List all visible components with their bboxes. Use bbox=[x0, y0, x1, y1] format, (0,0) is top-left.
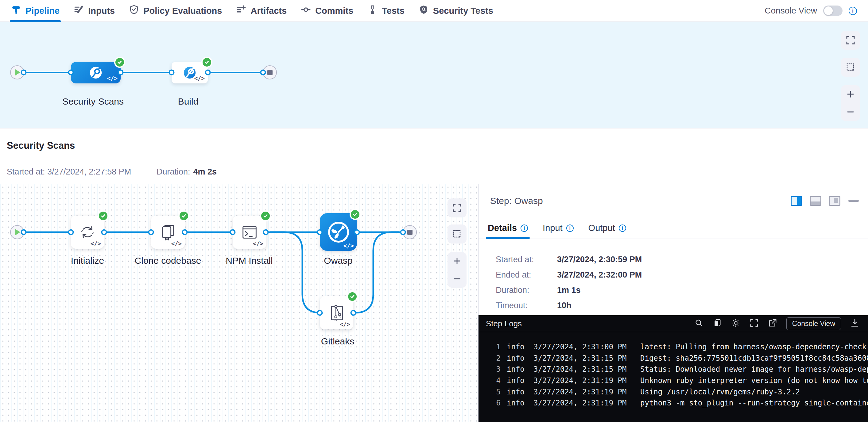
step-node-initialize[interactable]: </> bbox=[71, 216, 104, 249]
marquee-select-button[interactable] bbox=[841, 58, 860, 77]
edge-dot bbox=[101, 229, 107, 235]
log-line: 1info3/27/2024, 2:31:00 PMlatest: Pullin… bbox=[478, 342, 868, 353]
layout-split-bottom-button[interactable] bbox=[810, 196, 822, 206]
tab-label: Security Tests bbox=[433, 6, 493, 16]
step-label[interactable]: Initialize bbox=[71, 256, 104, 266]
step-details: Started at:3/27/2024, 2:30:59 PM Ended a… bbox=[478, 239, 868, 311]
edge-dot bbox=[21, 70, 27, 75]
edge-dot bbox=[118, 70, 124, 75]
tab-label: Inputs bbox=[88, 6, 115, 16]
stage-label[interactable]: Security Scans bbox=[62, 96, 124, 107]
edge-dot bbox=[400, 229, 406, 235]
zoom-in-button[interactable] bbox=[841, 85, 860, 103]
fullscreen-button[interactable] bbox=[841, 31, 860, 50]
stage-started-at: Started at: 3/27/2024, 2:27:58 PM bbox=[7, 167, 157, 177]
info-icon[interactable]: i bbox=[521, 225, 528, 232]
info-icon[interactable]: i bbox=[566, 225, 574, 232]
tab-commits[interactable]: Commits bbox=[301, 0, 353, 22]
success-badge bbox=[114, 57, 125, 68]
step-label[interactable]: Clone codebase bbox=[135, 256, 202, 266]
tab-label: Pipeline bbox=[26, 6, 60, 16]
edge-dot bbox=[205, 70, 211, 75]
code-mark-icon: </> bbox=[343, 242, 354, 249]
settings-gear-icon[interactable] bbox=[731, 318, 740, 329]
console-view-toggle[interactable] bbox=[823, 5, 842, 16]
step-label[interactable]: Gitleaks bbox=[321, 336, 354, 347]
stage-node-security-scans[interactable]: </> bbox=[71, 62, 121, 84]
zoom-out-button[interactable] bbox=[841, 103, 860, 121]
tab-input[interactable]: Inputi bbox=[542, 218, 574, 238]
zoom-out-button[interactable] bbox=[447, 270, 467, 288]
code-mark-icon: </> bbox=[253, 240, 264, 247]
layout-float-button[interactable] bbox=[829, 196, 840, 206]
edge-dot bbox=[263, 229, 269, 235]
flask-icon bbox=[367, 5, 377, 17]
tab-policy-evaluations[interactable]: Policy Evaluations bbox=[129, 0, 222, 22]
log-line: 6info3/27/2024, 2:31:19 PMpython3 -m sto… bbox=[478, 397, 868, 409]
edge-dot bbox=[68, 70, 74, 75]
step-node-gitleaks[interactable]: </> bbox=[320, 296, 353, 329]
step-node-clone-codebase[interactable]: </> bbox=[151, 216, 185, 249]
tab-label: Artifacts bbox=[250, 6, 287, 16]
edge-dot bbox=[169, 70, 175, 75]
search-icon[interactable] bbox=[694, 318, 704, 329]
minimize-panel-button[interactable] bbox=[848, 200, 859, 202]
edge-dot bbox=[260, 70, 266, 75]
fullscreen-icon[interactable] bbox=[749, 318, 759, 329]
step-panel-tabs: Detailsi Inputi Outputi bbox=[478, 218, 868, 239]
edge-dot bbox=[182, 229, 188, 235]
success-badge bbox=[350, 209, 361, 220]
stage-label[interactable]: Build bbox=[178, 96, 198, 107]
download-icon[interactable] bbox=[850, 318, 859, 329]
step-graph-canvas[interactable]: </> </> </> </> bbox=[0, 184, 478, 422]
pipeline-icon bbox=[11, 5, 21, 17]
fullscreen-button[interactable] bbox=[447, 198, 467, 218]
zoom-control bbox=[447, 252, 467, 288]
owasp-icon bbox=[326, 219, 352, 245]
stage-node-build[interactable]: </> bbox=[172, 62, 208, 84]
code-mark-icon: </> bbox=[107, 75, 118, 82]
console-view-button[interactable]: Console View bbox=[786, 317, 841, 330]
tab-artifacts[interactable]: Artifacts bbox=[236, 0, 287, 22]
tab-inputs[interactable]: Inputs bbox=[74, 0, 115, 22]
info-icon[interactable]: i bbox=[849, 7, 857, 15]
detail-row: Ended at:3/27/2024, 2:32:00 PM bbox=[496, 270, 868, 280]
external-link-icon[interactable] bbox=[768, 318, 777, 329]
detail-row: Started at:3/27/2024, 2:30:59 PM bbox=[496, 255, 868, 264]
marquee-select-button[interactable] bbox=[447, 225, 467, 244]
info-icon[interactable]: i bbox=[619, 225, 626, 232]
execution-area: </> </> </> </> bbox=[0, 184, 868, 422]
step-node-owasp[interactable]: </> bbox=[320, 213, 357, 251]
layout-split-right-button[interactable] bbox=[790, 196, 802, 206]
tab-details[interactable]: Detailsi bbox=[488, 218, 528, 238]
top-nav: Pipeline Inputs Policy Evaluations Artif… bbox=[0, 0, 868, 22]
step-panel-title: Step: Owasp bbox=[490, 196, 543, 206]
stage-graph-canvas[interactable]: </> </> Security Scans Build bbox=[0, 22, 868, 128]
tab-label: Tests bbox=[382, 6, 405, 16]
edge-dot bbox=[21, 229, 27, 235]
step-label[interactable]: Owasp bbox=[324, 256, 352, 266]
code-mark-icon: </> bbox=[91, 240, 101, 247]
toggle-knob bbox=[824, 6, 833, 15]
artifacts-icon bbox=[236, 5, 246, 17]
success-badge bbox=[98, 210, 108, 221]
log-line: 4info3/27/2024, 2:31:19 PMUnknown ruby i… bbox=[478, 375, 868, 386]
success-badge bbox=[260, 210, 271, 221]
tab-output[interactable]: Outputi bbox=[588, 218, 626, 238]
log-line: 5info3/27/2024, 2:31:19 PMUsing /usr/loc… bbox=[478, 386, 868, 397]
detail-row: Timeout:10h bbox=[496, 301, 868, 311]
edge-dot bbox=[148, 229, 154, 235]
step-node-npm-install[interactable]: </> bbox=[232, 216, 267, 249]
security-stage-icon bbox=[87, 64, 104, 81]
stage-duration: Duration:4m 2s bbox=[157, 167, 217, 177]
copy-icon[interactable] bbox=[713, 318, 722, 329]
tab-tests[interactable]: Tests bbox=[367, 0, 405, 22]
tab-pipeline[interactable]: Pipeline bbox=[11, 0, 60, 22]
step-label[interactable]: NPM Install bbox=[226, 256, 273, 266]
zoom-in-button[interactable] bbox=[447, 252, 467, 270]
edge-dot bbox=[230, 229, 236, 235]
tab-security-tests[interactable]: Security Tests bbox=[418, 0, 493, 22]
play-icon bbox=[16, 229, 20, 235]
log-lines[interactable]: 1info3/27/2024, 2:31:00 PMlatest: Pullin… bbox=[478, 332, 868, 409]
play-icon bbox=[16, 69, 20, 75]
